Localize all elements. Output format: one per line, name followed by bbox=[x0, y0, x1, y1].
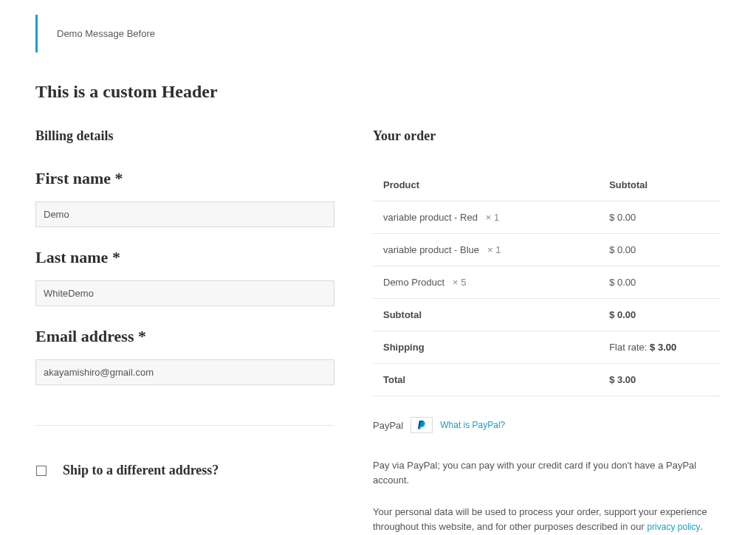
order-item-qty: × 1 bbox=[482, 244, 501, 255]
order-heading: Your order bbox=[373, 128, 721, 144]
order-item-row: variable product - Blue × 1 $ 0.00 bbox=[373, 234, 721, 266]
order-item-qty: × 1 bbox=[481, 212, 500, 223]
demo-notice: Demo Message Before bbox=[35, 15, 721, 52]
order-table: Product Subtotal variable product - Red … bbox=[373, 169, 721, 396]
order-header-product: Product bbox=[373, 169, 599, 201]
last-name-label: Last name * bbox=[35, 248, 334, 267]
order-item-cell: variable product - Blue × 1 bbox=[373, 234, 599, 266]
page-title: This is a custom Header bbox=[35, 82, 721, 102]
first-name-input[interactable] bbox=[35, 201, 334, 227]
order-item-qty: × 5 bbox=[447, 277, 467, 288]
order-item-cell: Demo Product × 5 bbox=[373, 266, 599, 299]
payment-method-row: PayPal What is PayPal? bbox=[373, 417, 721, 433]
order-item-name: variable product - Red bbox=[383, 212, 478, 223]
privacy-suffix: . bbox=[700, 521, 703, 532]
ship-different-row[interactable]: Ship to a different address? bbox=[35, 463, 334, 478]
order-total-value: $ 3.00 bbox=[599, 364, 721, 396]
order-item-name: Demo Product bbox=[383, 277, 444, 288]
order-header-subtotal: Subtotal bbox=[599, 169, 721, 201]
order-shipping-value: Flat rate: $ 3.00 bbox=[599, 331, 721, 364]
privacy-policy-link[interactable]: privacy policy bbox=[647, 522, 700, 532]
email-input[interactable] bbox=[35, 359, 334, 385]
order-item-row: variable product - Red × 1 $ 0.00 bbox=[373, 201, 721, 234]
what-is-paypal-link[interactable]: What is PayPal? bbox=[440, 420, 505, 430]
email-label: Email address * bbox=[35, 327, 334, 346]
billing-heading: Billing details bbox=[35, 128, 334, 144]
order-item-row: Demo Product × 5 $ 0.00 bbox=[373, 266, 721, 299]
order-subtotal-value: $ 0.00 bbox=[599, 299, 721, 331]
last-name-input[interactable] bbox=[35, 280, 334, 306]
privacy-note: Your personal data will be used to proce… bbox=[373, 505, 721, 534]
order-header-row: Product Subtotal bbox=[373, 169, 721, 201]
first-name-label: First name * bbox=[35, 169, 334, 188]
email-block: Email address * bbox=[35, 327, 334, 385]
order-item-subtotal: $ 0.00 bbox=[599, 266, 721, 299]
order-item-subtotal: $ 0.00 bbox=[599, 201, 721, 234]
last-name-block: Last name * bbox=[35, 248, 334, 306]
first-name-block: First name * bbox=[35, 169, 334, 227]
order-item-subtotal: $ 0.00 bbox=[599, 234, 721, 266]
paypal-icon bbox=[410, 417, 433, 433]
order-total-row: Total $ 3.00 bbox=[373, 364, 721, 396]
order-item-name: variable product - Blue bbox=[383, 244, 479, 255]
order-subtotal-label: Subtotal bbox=[373, 299, 599, 331]
ship-different-label: Ship to a different address? bbox=[63, 463, 219, 478]
order-shipping-row: Shipping Flat rate: $ 3.00 bbox=[373, 331, 721, 364]
order-column: Your order Product Subtotal variable pro… bbox=[373, 128, 721, 535]
order-total-label: Total bbox=[373, 364, 599, 396]
billing-column: Billing details First name * Last name *… bbox=[35, 128, 334, 535]
payment-method-label: PayPal bbox=[373, 420, 403, 431]
payment-description: Pay via PayPal; you can pay with your cr… bbox=[373, 458, 721, 487]
ship-different-checkbox[interactable] bbox=[36, 466, 47, 476]
billing-separator bbox=[35, 425, 334, 426]
demo-notice-text: Demo Message Before bbox=[57, 28, 155, 39]
order-item-cell: variable product - Red × 1 bbox=[373, 201, 599, 234]
order-shipping-label: Shipping bbox=[373, 331, 599, 364]
order-subtotal-row: Subtotal $ 0.00 bbox=[373, 299, 721, 331]
